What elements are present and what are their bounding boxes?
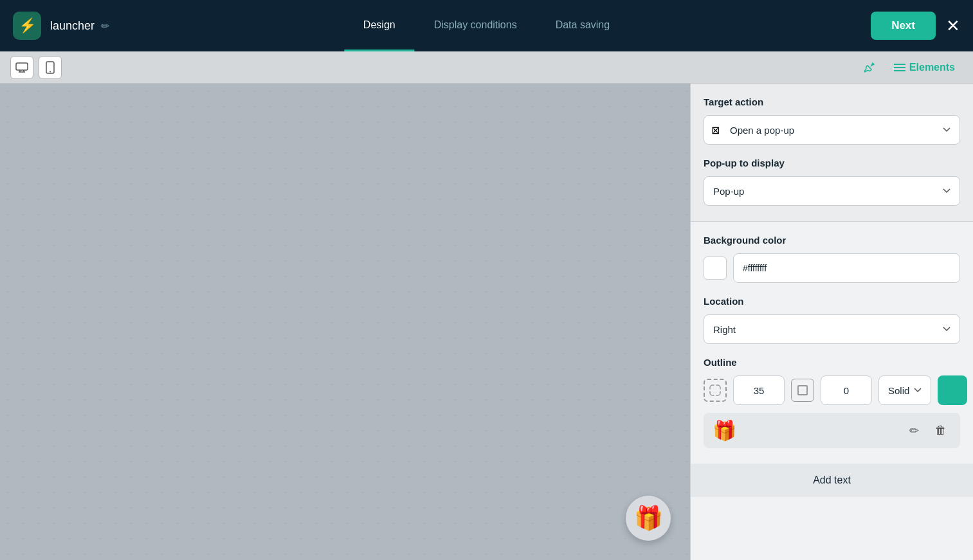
location-label: Location bbox=[704, 296, 960, 307]
outline-spacing-icon bbox=[791, 379, 814, 402]
background-color-section: Background color bbox=[691, 222, 973, 296]
top-nav: ⚡ launcher ✏ Design Display conditions D… bbox=[0, 0, 973, 51]
main-content: 🎁 Target action ⊠ Open a pop-up Close Go… bbox=[0, 84, 973, 560]
launcher-emoji: 🎁 bbox=[634, 505, 663, 532]
target-action-select-wrapper: ⊠ Open a pop-up Close Go to URL bbox=[704, 115, 960, 145]
logo-button[interactable]: ⚡ bbox=[13, 12, 41, 40]
elements-label: Elements bbox=[909, 62, 955, 73]
tab-data-saving[interactable]: Data saving bbox=[536, 0, 630, 51]
canvas: 🎁 bbox=[0, 84, 690, 560]
outline-row: 35 0 Solid None Dashed Dotted bbox=[704, 375, 960, 405]
nav-actions: Next ✕ bbox=[871, 12, 960, 40]
delete-emoji-button[interactable]: 🗑 bbox=[931, 420, 951, 441]
desktop-view-button[interactable] bbox=[10, 56, 33, 79]
elements-panel-button[interactable]: Elements bbox=[886, 58, 963, 77]
brush-button[interactable] bbox=[858, 56, 881, 79]
add-text-button[interactable]: Add text bbox=[691, 464, 973, 497]
target-action-select[interactable]: Open a pop-up Close Go to URL bbox=[704, 115, 960, 145]
toolbar: Elements bbox=[0, 51, 973, 84]
color-swatch[interactable] bbox=[704, 257, 727, 280]
edit-icon[interactable]: ✏ bbox=[101, 20, 109, 32]
emoji-display: 🎁 bbox=[713, 419, 897, 442]
location-select[interactable]: Right Left Center bbox=[704, 314, 960, 344]
mobile-view-button[interactable] bbox=[39, 56, 62, 79]
outline-style-select[interactable]: Solid None Dashed Dotted bbox=[878, 375, 931, 405]
svg-rect-0 bbox=[16, 63, 28, 70]
outline-section: Outline 35 0 Solid None Dashed Dotted bbox=[691, 357, 973, 461]
target-action-label: Target action bbox=[704, 96, 960, 107]
border-radius-icon bbox=[704, 379, 727, 402]
border-radius-input[interactable]: 35 bbox=[733, 375, 785, 405]
outline-color-swatch[interactable] bbox=[938, 375, 967, 405]
color-row bbox=[704, 253, 960, 283]
edit-emoji-button[interactable]: ✏ bbox=[904, 420, 924, 441]
outline-label: Outline bbox=[704, 357, 960, 368]
color-hex-input[interactable] bbox=[733, 253, 960, 283]
popup-to-display-select[interactable]: Pop-up bbox=[704, 176, 960, 206]
tab-display-conditions[interactable]: Display conditions bbox=[415, 0, 536, 51]
emoji-item-row: 🎁 ✏ 🗑 bbox=[704, 413, 960, 448]
target-action-section: Target action ⊠ Open a pop-up Close Go t… bbox=[691, 84, 973, 222]
launcher-bubble[interactable]: 🎁 bbox=[626, 496, 671, 541]
close-button[interactable]: ✕ bbox=[946, 17, 960, 34]
tab-design[interactable]: Design bbox=[344, 0, 415, 51]
next-button[interactable]: Next bbox=[871, 12, 936, 40]
canvas-dots bbox=[0, 84, 690, 560]
outline-spacing-input[interactable]: 0 bbox=[821, 375, 872, 405]
right-panel: Target action ⊠ Open a pop-up Close Go t… bbox=[690, 84, 973, 560]
background-color-label: Background color bbox=[704, 235, 960, 246]
app-name: launcher bbox=[50, 19, 95, 33]
location-section: Location Right Left Center bbox=[691, 296, 973, 357]
popup-to-display-label: Pop-up to display bbox=[704, 158, 960, 168]
svg-point-5 bbox=[50, 71, 51, 72]
logo-icon: ⚡ bbox=[19, 17, 36, 34]
nav-tabs: Design Display conditions Data saving bbox=[344, 0, 629, 51]
